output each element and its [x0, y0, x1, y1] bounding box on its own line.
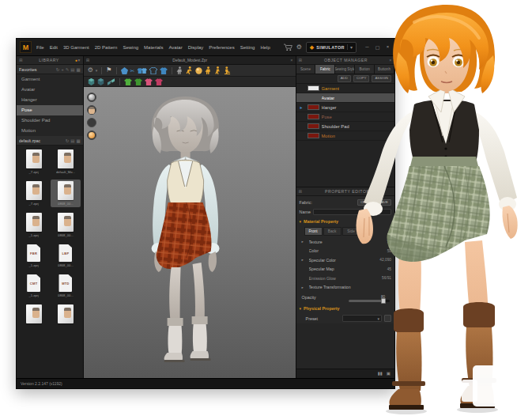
mesh-cube-icon[interactable]	[88, 78, 95, 85]
project-thumbnail-icon	[58, 181, 74, 200]
fabric-swatch	[308, 114, 319, 119]
menu-setting[interactable]: Setting	[240, 45, 255, 50]
library-menu-caret-icon[interactable]: ▾	[77, 58, 80, 62]
settings-gear-icon[interactable]: ⚙	[296, 44, 302, 51]
library-thumbnails: _7.zprj default_Mo... _7.zprj 0868_	[17, 146, 83, 378]
pose-tool-icon[interactable]	[176, 66, 183, 74]
menu-materials[interactable]: Materials	[144, 45, 163, 50]
thumbnail-item[interactable]: default_Mo...	[51, 148, 80, 176]
menu-avatar[interactable]: Avatar	[168, 45, 182, 50]
viewport-3d: ⊞ Default_Modest.Zpr × ⚙ ▾ ⚑ ✂	[84, 56, 296, 378]
favorites-header: Favorites ↻ + ✎ ▤ ▦	[17, 65, 83, 74]
project-thumbnail-icon	[58, 149, 74, 168]
garment-fit-icon[interactable]	[145, 78, 153, 85]
thumbnail-item[interactable]: FBR _1.zprj	[19, 243, 48, 269]
avatar-stand-icon[interactable]	[205, 66, 212, 74]
library-item-motion[interactable]: Motion	[17, 126, 83, 136]
select-tool-caret-icon[interactable]: ▾	[96, 68, 98, 73]
menu-file[interactable]: File	[36, 45, 44, 50]
toolbar-separator	[119, 78, 120, 85]
avatar-walk-icon[interactable]	[214, 66, 221, 74]
sewing-scissors-icon[interactable]: ✂	[130, 68, 135, 74]
menu-help[interactable]: Help	[260, 45, 270, 50]
pack-list-view-icon[interactable]: ▤	[70, 138, 74, 143]
avatar-display-icon[interactable]	[87, 93, 96, 102]
thumbnail-item[interactable]: _7.zprj	[19, 180, 48, 207]
menu-edit[interactable]: Edit	[50, 45, 58, 50]
avatar-head-icon[interactable]	[87, 105, 96, 115]
menu-items: File Edit 3D Garment 2D Pattern Sewing M…	[36, 45, 270, 50]
fabric-swatch	[308, 133, 319, 138]
menu-3d-garment[interactable]: 3D Garment	[63, 45, 89, 50]
viewport-close-icon[interactable]: ×	[290, 58, 292, 62]
menu-display[interactable]: Display	[188, 45, 204, 50]
expander-icon[interactable]: ▸	[302, 240, 307, 244]
pack-refresh-icon[interactable]: ↻	[66, 138, 70, 143]
project-thumbnail-icon	[26, 213, 42, 232]
menu-preferences[interactable]: Preferences	[209, 45, 234, 50]
avatar-sit-icon[interactable]	[224, 66, 231, 74]
garment-stress-icon[interactable]	[155, 78, 163, 85]
favorites-edit-icon[interactable]: ✎	[66, 67, 70, 72]
expander-icon[interactable]: ▸	[302, 286, 307, 289]
project-thumbnail-icon	[58, 304, 74, 323]
tab-fabric[interactable]: Fabric	[315, 65, 335, 74]
garment-pair-icon[interactable]	[137, 67, 147, 74]
thumbnail-item[interactable]	[51, 303, 80, 327]
toolbar-separator	[116, 67, 117, 74]
thumbnail-item-selected[interactable]: 0868_00...	[51, 180, 80, 207]
thumbnail-item[interactable]: _7.zprj	[19, 148, 48, 176]
avatar-ball-icon[interactable]	[195, 67, 202, 74]
menu-2d-pattern[interactable]: 2D Pattern	[95, 45, 118, 50]
expander-icon[interactable]: ▸	[302, 258, 307, 262]
character-render	[338, 0, 532, 416]
library-item-garment[interactable]: Garment	[17, 74, 83, 85]
thumbnail-item[interactable]: MTD 0868_00...	[51, 273, 80, 299]
fabric-swatch	[308, 85, 319, 91]
favorites-refresh-icon[interactable]: ↻	[56, 67, 60, 72]
shirt-outline-icon[interactable]	[149, 67, 157, 74]
viewport-canvas[interactable]	[84, 87, 296, 378]
simulator-gem-icon: ◆	[310, 44, 314, 50]
file-document-icon: LBP	[58, 244, 72, 262]
viewport-toolbar-secondary	[84, 77, 296, 87]
tab-front[interactable]: Front	[304, 227, 323, 236]
library-item-shoulder-pad[interactable]: Shoulder Pad	[17, 115, 83, 126]
section-caret-icon: ▾	[300, 219, 302, 224]
library-item-avatar[interactable]: Avatar	[17, 85, 83, 95]
menu-sewing[interactable]: Sewing	[123, 45, 138, 50]
viewport-toolbar-main: ⚙ ▾ ⚑ ✂	[84, 65, 296, 77]
shirt-solid-icon[interactable]	[160, 67, 168, 74]
tab-scene[interactable]: Scene	[296, 65, 316, 74]
thumbnail-item[interactable]	[19, 303, 48, 327]
sphere-tool-icon[interactable]	[87, 130, 96, 140]
favorites-add-icon[interactable]: +	[61, 67, 63, 72]
thumbnail-item[interactable]: 0868_00...	[51, 211, 80, 239]
select-tool-icon[interactable]: ⚙	[88, 67, 93, 74]
favorites-list-icon[interactable]: ▤	[70, 67, 74, 72]
preset-label: Preset	[306, 316, 319, 321]
mesh-cube-icon[interactable]	[97, 78, 104, 85]
viewport-tab-title[interactable]: Default_Modest.Zpr	[89, 58, 290, 62]
garment-show-icon[interactable]	[124, 78, 132, 85]
pattern-pentagon-icon[interactable]	[121, 67, 128, 74]
project-thumbnail-icon	[26, 181, 42, 200]
pack-label: default.zpac	[19, 138, 64, 143]
favorites-grid-icon[interactable]: ▦	[76, 67, 80, 72]
store-cart-icon[interactable]	[284, 43, 292, 51]
garment-show-alt-icon[interactable]	[134, 78, 142, 85]
mesh-link-icon[interactable]	[107, 78, 115, 85]
thumbnail-item[interactable]: CMT _1.zprj	[19, 273, 48, 299]
library-header: ⊞ LIBRARY ● ▾	[17, 56, 83, 65]
avatar-run-icon[interactable]	[186, 66, 193, 74]
toolbar-separator	[172, 67, 172, 74]
path-tool-icon[interactable]	[87, 118, 96, 127]
project-thumbnail-icon	[26, 149, 42, 168]
library-item-pose[interactable]: Pose	[17, 105, 83, 115]
thumbnail-item[interactable]: _1.zprj	[19, 211, 48, 239]
library-item-hanger[interactable]: Hanger	[17, 95, 83, 105]
file-document-icon: CMT	[27, 274, 40, 292]
file-document-icon: FBR	[27, 244, 40, 262]
simulate-flag-icon[interactable]: ⚑	[106, 67, 111, 74]
thumbnail-item[interactable]: LBP 0868_00...	[51, 243, 80, 269]
